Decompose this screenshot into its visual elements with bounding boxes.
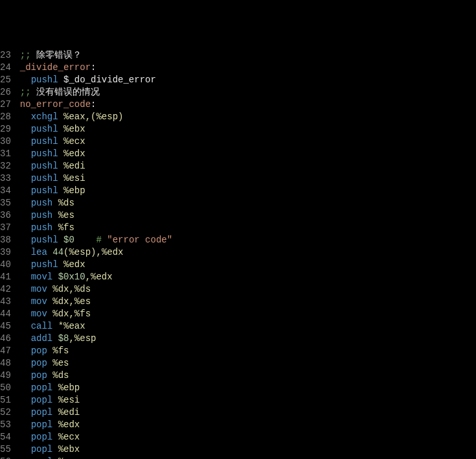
line-content[interactable]: pushl %ebp xyxy=(20,185,85,197)
line-content[interactable]: pop %fs xyxy=(20,345,69,357)
line-content[interactable]: popl %edi xyxy=(20,406,80,419)
code-line[interactable]: 55 popl %ebx xyxy=(0,443,172,456)
token-mn: movl xyxy=(31,272,58,282)
token-lbl: _divide_error xyxy=(20,62,91,73)
code-line[interactable]: 25 pushl $_do_divide_error xyxy=(0,74,172,86)
code-line[interactable]: 33 pushl %esi xyxy=(0,172,172,185)
code-line[interactable]: 40 pushl %edx xyxy=(0,259,172,271)
line-content[interactable]: ;; 除零错误？ xyxy=(20,49,82,62)
line-content[interactable]: popl %ebp xyxy=(20,382,80,394)
code-line[interactable]: 29 pushl %ebx xyxy=(0,123,172,135)
line-number: 27 xyxy=(0,99,20,111)
line-content[interactable]: popl %ebx xyxy=(20,443,80,456)
code-line[interactable]: 45 call *%eax xyxy=(0,320,172,333)
token-mn: mov xyxy=(31,296,53,307)
code-line[interactable]: 42 mov %dx,%ds xyxy=(0,283,172,296)
code-line[interactable]: 38 pushl $0 # "error code" xyxy=(0,234,172,246)
token-indent xyxy=(20,259,31,271)
code-line[interactable]: 31 pushl %edx xyxy=(0,148,172,160)
token-num: 44 xyxy=(52,247,63,257)
code-line[interactable]: 37 push %fs xyxy=(0,222,172,234)
token-mn: pushl xyxy=(31,173,63,183)
line-content[interactable]: mov %dx,%fs xyxy=(20,308,91,320)
code-line[interactable]: 32 pushl %edi xyxy=(0,160,172,172)
code-line[interactable]: 48 pop %es xyxy=(0,357,172,370)
code-line[interactable]: 51 popl %esi xyxy=(0,394,172,406)
line-content[interactable]: push %es xyxy=(20,209,74,222)
line-number: 56 xyxy=(0,456,20,459)
code-line[interactable]: 34 pushl %ebp xyxy=(0,185,172,197)
code-line[interactable]: 53 popl %edx xyxy=(0,419,172,431)
token-indent xyxy=(20,135,31,148)
line-content[interactable]: pushl $_do_divide_error xyxy=(20,74,156,86)
line-number: 45 xyxy=(0,320,20,333)
line-content[interactable]: mov %dx,%es xyxy=(20,296,91,308)
line-number: 28 xyxy=(0,111,20,123)
line-content[interactable]: popl %eax xyxy=(20,456,80,459)
code-line[interactable]: 50 popl %ebp xyxy=(0,382,172,394)
code-line[interactable]: 43 mov %dx,%es xyxy=(0,296,172,308)
code-line[interactable]: 24_divide_error: xyxy=(0,62,172,74)
line-content[interactable]: ;; 没有错误的情况 xyxy=(20,86,100,99)
code-line[interactable]: 56 popl %eax xyxy=(0,456,172,459)
line-content[interactable]: mov %dx,%ds xyxy=(20,283,91,296)
token-indent xyxy=(20,431,31,443)
line-content[interactable]: pop %ds xyxy=(20,370,69,382)
code-line[interactable]: 41 movl $0x10,%edx xyxy=(0,271,172,283)
line-content[interactable]: xchgl %eax,(%esp) xyxy=(20,111,124,123)
code-line[interactable]: 49 pop %ds xyxy=(0,370,172,382)
code-line[interactable]: 23;; 除零错误？ xyxy=(0,49,172,62)
line-content[interactable]: popl %edx xyxy=(20,419,80,431)
token-indent xyxy=(20,406,31,419)
code-line[interactable]: 39 lea 44(%esp),%edx xyxy=(0,246,172,259)
token-op: * xyxy=(58,321,63,331)
token-reg: %edx xyxy=(63,259,85,270)
code-editor[interactable]: 23;; 除零错误？24_divide_error:25 pushl $_do_… xyxy=(0,49,476,459)
code-line[interactable]: 27no_error_code: xyxy=(0,99,172,111)
line-content[interactable]: pushl %edi xyxy=(20,160,85,172)
line-content[interactable]: call *%eax xyxy=(20,320,85,333)
token-reg: %edx xyxy=(102,247,124,257)
line-content[interactable]: pushl %esi xyxy=(20,172,85,185)
line-number: 39 xyxy=(0,246,20,259)
line-content[interactable]: push %fs xyxy=(20,222,74,234)
code-line[interactable]: 47 pop %fs xyxy=(0,345,172,357)
token-sym: : xyxy=(91,62,96,73)
line-number: 52 xyxy=(0,406,20,419)
code-line[interactable]: 30 pushl %ecx xyxy=(0,135,172,148)
code-line[interactable]: 26;; 没有错误的情况 xyxy=(0,86,172,99)
code-line[interactable]: 28 xchgl %eax,(%esp) xyxy=(0,111,172,123)
token-indent xyxy=(20,333,31,345)
line-content[interactable]: popl %ecx xyxy=(20,431,80,443)
line-content[interactable]: pushl %edx xyxy=(20,259,85,271)
token-reg: %dx xyxy=(52,309,69,319)
token-reg: %ebx xyxy=(58,444,80,454)
token-reg: %eax xyxy=(63,321,85,331)
line-content[interactable]: pushl %ebx xyxy=(20,123,85,135)
code-area[interactable]: 23;; 除零错误？24_divide_error:25 pushl $_do_… xyxy=(0,49,172,459)
line-content[interactable]: pushl $0 # "error code" xyxy=(20,234,172,246)
line-content[interactable]: pushl %edx xyxy=(20,148,85,160)
line-content[interactable]: no_error_code: xyxy=(20,99,96,111)
line-content[interactable]: lea 44(%esp),%edx xyxy=(20,246,124,259)
token-indent xyxy=(20,148,31,160)
line-content[interactable]: addl $8,%esp xyxy=(20,333,96,345)
token-indent xyxy=(74,234,96,246)
line-content[interactable]: movl $0x10,%edx xyxy=(20,271,113,283)
token-cmtxt: 没有错误的情况 xyxy=(36,87,100,97)
code-line[interactable]: 36 push %es xyxy=(0,209,172,222)
line-content[interactable]: push %ds xyxy=(20,197,74,209)
code-line[interactable]: 44 mov %dx,%fs xyxy=(0,308,172,320)
code-line[interactable]: 35 push %ds xyxy=(0,197,172,209)
line-number: 50 xyxy=(0,382,20,394)
line-content[interactable]: _divide_error: xyxy=(20,62,96,74)
code-line[interactable]: 54 popl %ecx xyxy=(0,431,172,443)
code-line[interactable]: 52 popl %edi xyxy=(0,406,172,419)
token-indent xyxy=(20,123,31,135)
token-mn: push xyxy=(31,198,58,208)
line-content[interactable]: popl %esi xyxy=(20,394,80,406)
line-content[interactable]: pop %es xyxy=(20,357,69,370)
line-content[interactable]: pushl %ecx xyxy=(20,135,85,148)
token-reg: %esi xyxy=(63,173,85,183)
code-line[interactable]: 46 addl $8,%esp xyxy=(0,333,172,345)
